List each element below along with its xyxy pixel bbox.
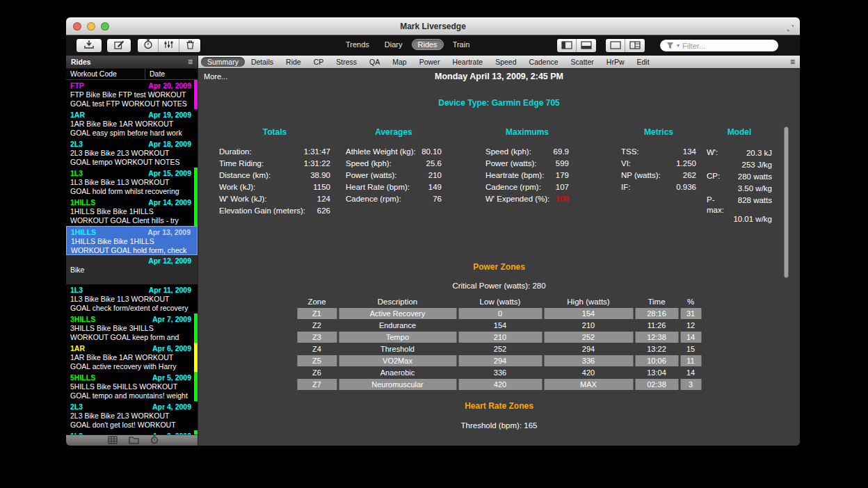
workout-text: FTP Bike Bike FTP test WORKOUT xyxy=(70,90,191,99)
zone-cell: VO2Max xyxy=(339,355,456,366)
list-item[interactable]: 2L3Apr 18, 2009 2L3 Bike Bike 2L3 WORKOU… xyxy=(66,138,198,168)
metric-label: Duration: xyxy=(219,147,252,159)
stopwatch-icon[interactable] xyxy=(150,434,159,446)
intervals-button[interactable] xyxy=(159,39,179,52)
workout-code: 1L3 xyxy=(70,286,83,295)
list-item[interactable]: 1HILLSApr 14, 2009 1HILLS Bike Bike 1HIL… xyxy=(66,197,198,226)
list-item[interactable]: 1L3Apr 11, 2009 1L3 Bike Bike 1L3 WORKOU… xyxy=(66,284,198,314)
list-item[interactable]: 1L3Apr 15, 2009 1L3 Bike Bike 1L3 WORKOU… xyxy=(66,168,198,197)
device-type-line: Device Type: Garmin Edge 705 xyxy=(198,98,800,108)
tab-cadence[interactable]: Cadence xyxy=(523,57,565,67)
workout-text: GOAL active recovery with Harry xyxy=(70,362,191,371)
tab-map[interactable]: Map xyxy=(386,57,412,67)
edit-button[interactable] xyxy=(106,38,131,53)
list-item-selected[interactable]: 1HILLSApr 13, 2009 1HILLS Bike Bike 1HIL… xyxy=(66,226,198,255)
tab-hrpw[interactable]: HrPw xyxy=(600,57,631,67)
list-item[interactable]: 5HILLSApr 5, 2009 5HILLS Bike 5HILLS WOR… xyxy=(66,372,198,401)
tab-stress[interactable]: Stress xyxy=(330,57,363,67)
tab-cp[interactable]: CP xyxy=(307,57,330,67)
toggle-sidebar-button[interactable] xyxy=(557,39,577,52)
metric-value: 69.9 xyxy=(554,147,569,159)
column-header-date[interactable]: Date xyxy=(145,69,198,79)
tab-heartrate[interactable]: Heartrate xyxy=(446,57,489,67)
zone-cell: 14 xyxy=(680,367,701,378)
list-item[interactable]: 1L3Apr 3, 2009 xyxy=(66,430,198,434)
folder-icon[interactable] xyxy=(129,434,139,446)
single-pane-button[interactable] xyxy=(606,39,625,52)
vertical-scrollbar[interactable] xyxy=(784,127,789,278)
metric-value: 38.90 xyxy=(310,171,330,183)
color-stripe xyxy=(194,109,198,138)
metric-label: P-max: xyxy=(707,195,732,225)
zone-cell: 0 xyxy=(458,308,542,319)
workout-date: Apr 7, 2009 xyxy=(152,315,191,324)
tabbar-menu-icon[interactable]: ≡ xyxy=(790,57,795,67)
color-stripe xyxy=(194,401,198,430)
list-item[interactable]: 1ARApr 19, 2009 1AR Bike Bike 1AR WORKOU… xyxy=(66,109,198,138)
list-item[interactable]: 2L3Apr 4, 2009 2L3 Bike Bike 2L3 WORKOUT… xyxy=(66,401,198,430)
zone-cell: 336 xyxy=(544,355,633,366)
workout-text: 1HILLS Bike Bike 1HILLS xyxy=(70,207,191,216)
metric-label: Athlete Weight (kg): xyxy=(346,147,416,159)
model-header: Model xyxy=(707,127,772,138)
tab-power[interactable]: Power xyxy=(413,57,447,67)
workout-text: 2L3 Bike Bike 2L3 WORKOUT xyxy=(70,412,191,421)
delete-button[interactable] xyxy=(179,39,200,52)
tab-edit[interactable]: Edit xyxy=(631,57,656,67)
fullscreen-icon[interactable] xyxy=(787,22,794,35)
view-tab-trends[interactable]: Trends xyxy=(339,39,376,50)
zone-cell: 210 xyxy=(458,332,542,343)
zoom-button[interactable] xyxy=(101,22,109,31)
power-zones-title: Power Zones xyxy=(198,262,800,272)
toggle-bottombar-button[interactable] xyxy=(577,39,596,52)
view-tab-rides[interactable]: Rides xyxy=(412,39,444,50)
view-tab-diary[interactable]: Diary xyxy=(378,39,409,50)
close-button[interactable] xyxy=(73,22,81,31)
tab-qa[interactable]: QA xyxy=(363,57,386,67)
grid-icon[interactable] xyxy=(108,434,118,446)
workout-text: GOAL test FTP WORKOUT NOTES xyxy=(70,99,191,108)
view-tab-train[interactable]: Train xyxy=(447,39,476,50)
workout-code: 1L3 xyxy=(70,432,83,434)
zone-cell: 420 xyxy=(458,379,542,390)
zone-row: Z5VO2Max29433610:0611 xyxy=(297,355,701,366)
filter-dropdown-icon[interactable]: ▾ xyxy=(677,42,680,49)
workout-text: GOAL check form/extent of recovery xyxy=(70,304,191,313)
sidebar-menu-icon[interactable]: ≡ xyxy=(188,57,193,67)
hr-threshold-line: Threshold (bpm): 165 xyxy=(198,421,800,430)
metric-label: Speed (kph): xyxy=(485,147,531,159)
filter-input[interactable] xyxy=(682,42,781,50)
list-item[interactable]: 1ARApr 6, 2009 1AR Bike Bike 1AR WORKOUT… xyxy=(66,343,198,372)
metric-value: 25.6 xyxy=(426,159,442,171)
workout-code: 2L3 xyxy=(70,402,83,412)
tab-speed[interactable]: Speed xyxy=(489,57,522,67)
workout-date: Apr 20, 2009 xyxy=(148,81,191,90)
download-button[interactable] xyxy=(76,38,102,53)
tab-details[interactable]: Details xyxy=(245,57,280,67)
totals-header: Totals xyxy=(219,127,330,138)
tab-scatter[interactable]: Scatter xyxy=(565,57,600,67)
list-item[interactable]: FTPApr 20, 2009 FTP Bike Bike FTP test W… xyxy=(66,80,198,109)
bottombar-icon xyxy=(581,40,592,52)
zone-cell: 31 xyxy=(680,308,701,319)
metric-label: NP (watts): xyxy=(621,171,661,183)
workout-code: 1HILLS xyxy=(71,228,96,237)
stopwatch-button[interactable] xyxy=(138,39,159,52)
col-header-percent: % xyxy=(680,296,701,307)
power-zones-table: Zone Description Low (watts) High (watts… xyxy=(297,296,701,391)
column-header-workout-code[interactable]: Workout Code xyxy=(66,69,145,79)
zone-cell: 3 xyxy=(680,379,701,390)
tab-summary[interactable]: Summary xyxy=(201,57,245,67)
zone-row: Z3Tempo21025212:3814 xyxy=(297,332,701,343)
col-header-zone: Zone xyxy=(297,296,337,307)
zone-cell: 294 xyxy=(544,343,633,355)
tab-ride[interactable]: Ride xyxy=(280,57,307,67)
split-pane-button[interactable] xyxy=(625,39,645,52)
zone-cell: 15 xyxy=(680,343,701,355)
zone-cell: Z7 xyxy=(297,379,337,390)
ride-list: FTPApr 20, 2009 FTP Bike Bike FTP test W… xyxy=(66,80,198,434)
list-item[interactable]: 3HILLSApr 7, 2009 3HILLS Bike Bike 3HILL… xyxy=(66,314,198,343)
list-item[interactable]: Apr 12, 2009 Bike xyxy=(66,255,198,284)
minimize-button[interactable] xyxy=(87,22,95,31)
workout-code: 1L3 xyxy=(70,169,83,178)
